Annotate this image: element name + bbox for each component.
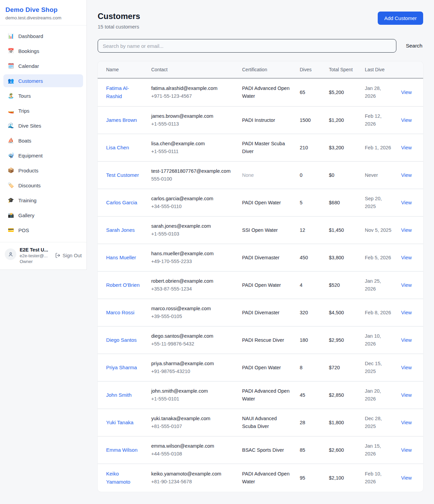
customer-dives: 28 xyxy=(300,420,305,425)
customer-name-link[interactable]: John Smith xyxy=(106,392,132,398)
table-body: Fatima Al-Rashidfatima.alrashid@example.… xyxy=(98,78,423,492)
customer-name-link[interactable]: Lisa Chen xyxy=(106,145,129,150)
customer-dives: 65 xyxy=(300,90,305,95)
cell-dives: 5 xyxy=(296,189,325,217)
view-customer-link[interactable]: View xyxy=(401,447,412,453)
customer-name-link[interactable]: Priya Sharma xyxy=(106,365,137,370)
view-customer-link[interactable]: View xyxy=(401,255,412,260)
column-header-last-dive: Last Dive xyxy=(361,61,397,78)
sidebar-item-dive-sites[interactable]: 🌊Dive Sites xyxy=(3,119,83,132)
sidebar-item-dashboard[interactable]: 📊Dashboard xyxy=(3,30,83,42)
cell-name: James Brown xyxy=(98,107,147,134)
view-customer-link[interactable]: View xyxy=(401,392,412,398)
customer-certification: PADI Rescue Diver xyxy=(242,337,284,343)
customer-name-link[interactable]: Carlos Garcia xyxy=(106,200,137,205)
sign-out-label: Sign Out xyxy=(63,253,82,258)
view-customer-link[interactable]: View xyxy=(401,337,412,343)
customer-name-link[interactable]: Robert O'Brien xyxy=(106,282,140,288)
customer-total-spent: $2,950 xyxy=(329,337,344,343)
customer-name-link[interactable]: Sarah Jones xyxy=(106,227,135,233)
add-customer-button[interactable]: Add Customer xyxy=(378,12,423,25)
search-input[interactable] xyxy=(98,39,396,53)
view-customer-link[interactable]: View xyxy=(401,282,412,288)
column-header-name: Name xyxy=(98,61,147,78)
cell-action: View xyxy=(397,409,423,436)
customer-phone: +971-55-123-4567 xyxy=(151,92,234,100)
cell-last-dive: Jan 10, 2026 xyxy=(361,326,397,354)
customer-certification: PADI Master Scuba Diver xyxy=(242,141,285,154)
cell-action: View xyxy=(397,464,423,492)
sidebar: Demo Dive Shop demo.test.divestreams.com… xyxy=(0,0,87,270)
sidebar-item-products[interactable]: 📦Products xyxy=(3,164,83,177)
sidebar-item-customers[interactable]: 👥Customers xyxy=(3,74,83,87)
customer-last-dive: Nov 5, 2025 xyxy=(365,227,391,233)
view-customer-link[interactable]: View xyxy=(401,145,412,150)
sidebar-item-pos[interactable]: 💳POS xyxy=(3,224,83,237)
cell-last-dive: Feb 1, 2026 xyxy=(361,134,397,162)
cell-certification: PADI Open Water xyxy=(238,189,296,217)
search-button[interactable]: Search xyxy=(405,41,423,50)
sidebar-item-boats[interactable]: ⛵Boats xyxy=(3,134,83,147)
customer-name-link[interactable]: Diego Santos xyxy=(106,337,137,343)
sidebar-item-calendar[interactable]: 🗓️Calendar xyxy=(3,59,83,72)
cell-last-dive: Feb 5, 2026 xyxy=(361,244,397,272)
customer-phone: +353-87-555-1234 xyxy=(151,285,234,293)
customer-certification: PADI Advanced Open Water xyxy=(242,471,290,484)
user-role: Owner xyxy=(20,259,52,264)
customer-email: john.smith@example.com xyxy=(151,387,234,395)
cell-total-spent: $2,850 xyxy=(325,381,361,409)
shop-title: Demo Dive Shop xyxy=(5,6,81,14)
customer-certification: None xyxy=(242,172,254,178)
customer-name-link[interactable]: Hans Mueller xyxy=(106,255,136,260)
sidebar-item-gallery[interactable]: 📸Gallery xyxy=(3,209,83,222)
view-customer-link[interactable]: View xyxy=(401,200,412,205)
view-customer-link[interactable]: View xyxy=(401,227,412,233)
table-header: NameContactCertificationDivesTotal Spent… xyxy=(98,61,423,78)
customer-name-link[interactable]: Yuki Tanaka xyxy=(106,419,134,425)
table-header-row: NameContactCertificationDivesTotal Spent… xyxy=(98,61,423,78)
view-customer-link[interactable]: View xyxy=(401,310,412,315)
customer-name-link[interactable]: Marco Rossi xyxy=(106,310,134,315)
customer-name-link[interactable]: Keiko Yamamoto xyxy=(106,471,130,485)
view-customer-link[interactable]: View xyxy=(401,475,412,481)
customer-name-link[interactable]: Emma Wilson xyxy=(106,447,138,453)
view-customer-link[interactable]: View xyxy=(401,117,412,123)
customer-dives: 210 xyxy=(300,145,308,150)
view-customer-link[interactable]: View xyxy=(401,365,412,370)
table-row: Lisa Chenlisa.chen@example.com+1-555-011… xyxy=(98,134,423,162)
customer-phone: 555-0100 xyxy=(151,175,234,183)
sidebar-item-discounts[interactable]: 🏷️Discounts xyxy=(3,179,83,192)
customer-name-link[interactable]: James Brown xyxy=(106,117,137,123)
sidebar-item-label: Calendar xyxy=(18,63,39,69)
cell-action: View xyxy=(397,107,423,134)
customer-dives: 45 xyxy=(300,392,305,398)
customer-total-spent: $720 xyxy=(329,365,340,370)
sidebar-item-equipment[interactable]: 🤿Equipment xyxy=(3,149,83,162)
view-customer-link[interactable]: View xyxy=(401,172,412,178)
sign-out-button[interactable]: Sign Out xyxy=(55,253,82,258)
cell-last-dive: Sep 20, 2025 xyxy=(361,189,397,217)
sidebar-item-trips[interactable]: 🚤Trips xyxy=(3,104,83,117)
customer-name-link[interactable]: Fatima Al-Rashid xyxy=(106,85,129,99)
customer-last-dive: Feb 12, 2026 xyxy=(365,113,381,127)
cell-dives: 320 xyxy=(296,299,325,326)
cell-name: Keiko Yamamoto xyxy=(98,464,147,492)
customer-email: fatima.alrashid@example.com xyxy=(151,85,234,92)
column-header-certification: Certification xyxy=(238,61,296,78)
cell-contact: yuki.tanaka@example.com+81-555-0107 xyxy=(147,409,238,436)
sidebar-item-tours[interactable]: 🏝️Tours xyxy=(3,89,83,102)
cell-name: Robert O'Brien xyxy=(98,272,147,299)
sidebar-item-bookings[interactable]: 📅Bookings xyxy=(3,44,83,57)
cell-contact: lisa.chen@example.com+1-555-0111 xyxy=(147,134,238,162)
sidebar-item-training[interactable]: 🎓Training xyxy=(3,194,83,207)
customer-name-link[interactable]: Test Customer xyxy=(106,172,139,178)
customer-email: sarah.jones@example.com xyxy=(151,222,234,230)
cell-name: Priya Sharma xyxy=(98,354,147,381)
sign-out-icon xyxy=(55,253,61,258)
view-customer-link[interactable]: View xyxy=(401,90,412,95)
page-title: Customers xyxy=(98,12,140,21)
cell-dives: 8 xyxy=(296,354,325,381)
cell-name: Diego Santos xyxy=(98,326,147,354)
view-customer-link[interactable]: View xyxy=(401,420,412,425)
cell-action: View xyxy=(397,217,423,244)
